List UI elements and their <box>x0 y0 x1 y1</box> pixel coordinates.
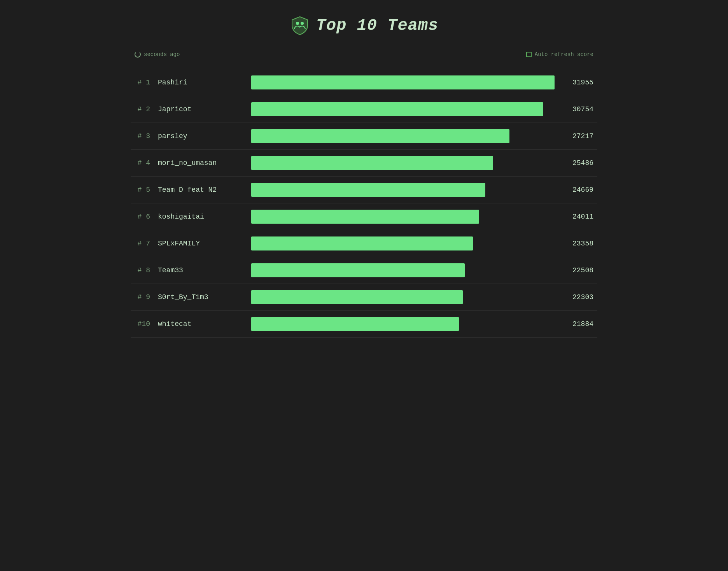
score-bar-container <box>251 102 555 116</box>
rank-label: # 3 <box>135 132 150 140</box>
rank-label: # 8 <box>135 266 150 274</box>
score-bar-container <box>251 183 555 197</box>
rank-label: # 2 <box>135 105 150 113</box>
score-value: 25486 <box>562 159 593 167</box>
last-refresh-label: seconds ago <box>144 51 180 58</box>
score-bar-container <box>251 75 555 89</box>
refresh-spin-icon <box>135 51 141 58</box>
last-refresh-indicator: seconds ago <box>135 51 180 58</box>
score-bar <box>251 75 555 89</box>
rank-label: # 5 <box>135 186 150 194</box>
score-bar <box>251 263 465 277</box>
team-name-label: Team33 <box>158 266 243 274</box>
leaderboard: # 1Pashiri31955# 2Japricot30754# 3parsle… <box>131 69 597 338</box>
score-value: 22303 <box>562 293 593 301</box>
score-bar <box>251 102 543 116</box>
table-row: # 6koshigaitai24011 <box>131 203 597 230</box>
score-value: 24669 <box>562 186 593 194</box>
team-name-label: parsley <box>158 132 243 140</box>
score-bar-container <box>251 263 555 277</box>
score-bar <box>251 183 485 197</box>
auto-refresh-toggle[interactable]: Auto refresh score <box>526 51 593 58</box>
table-row: # 1Pashiri31955 <box>131 69 597 96</box>
table-row: # 9S0rt_By_T1m322303 <box>131 284 597 311</box>
rank-label: # 4 <box>135 159 150 167</box>
table-row: # 8Team3322508 <box>131 257 597 284</box>
team-name-label: SPLxFAMILY <box>158 240 243 247</box>
score-bar <box>251 236 473 250</box>
score-value: 21884 <box>562 320 593 328</box>
score-bar-container <box>251 210 555 224</box>
auto-refresh-checkbox[interactable] <box>526 52 532 57</box>
table-row: # 3parsley27217 <box>131 123 597 150</box>
score-bar <box>251 290 463 304</box>
score-bar <box>251 210 479 224</box>
svg-point-0 <box>296 22 299 25</box>
rank-label: # 6 <box>135 213 150 221</box>
table-row: # 2Japricot30754 <box>131 96 597 123</box>
table-row: # 4mori_no_umasan25486 <box>131 150 597 177</box>
page-title: Top 10 Teams <box>316 16 438 35</box>
page-header: Top 10 Teams <box>131 16 597 36</box>
rank-label: # 7 <box>135 240 150 247</box>
score-bar-container <box>251 129 555 143</box>
rank-label: #10 <box>135 320 150 328</box>
score-value: 27217 <box>562 132 593 140</box>
team-name-label: S0rt_By_T1m3 <box>158 293 243 301</box>
score-bar-container <box>251 236 555 250</box>
shield-team-icon <box>290 16 310 36</box>
team-name-label: koshigaitai <box>158 213 243 221</box>
score-bar-container <box>251 156 555 170</box>
rank-label: # 1 <box>135 79 150 86</box>
auto-refresh-label: Auto refresh score <box>535 51 593 58</box>
table-row: # 5Team D feat N224669 <box>131 177 597 203</box>
main-container: Top 10 Teams seconds ago Auto refresh sc… <box>131 16 597 338</box>
score-value: 22508 <box>562 266 593 274</box>
score-bar <box>251 317 459 331</box>
team-name-label: whitecat <box>158 320 243 328</box>
score-bar <box>251 129 509 143</box>
score-bar <box>251 156 493 170</box>
score-bar-container <box>251 317 555 331</box>
team-name-label: Team D feat N2 <box>158 186 243 194</box>
score-value: 30754 <box>562 105 593 113</box>
score-bar-container <box>251 290 555 304</box>
score-value: 23358 <box>562 240 593 247</box>
controls-row: seconds ago Auto refresh score <box>131 51 597 58</box>
score-value: 31955 <box>562 79 593 86</box>
score-value: 24011 <box>562 213 593 221</box>
svg-point-1 <box>301 22 304 25</box>
rank-label: # 9 <box>135 293 150 301</box>
team-name-label: Japricot <box>158 105 243 113</box>
team-name-label: mori_no_umasan <box>158 159 243 167</box>
table-row: #10whitecat21884 <box>131 311 597 338</box>
team-name-label: Pashiri <box>158 79 243 86</box>
table-row: # 7SPLxFAMILY23358 <box>131 230 597 257</box>
